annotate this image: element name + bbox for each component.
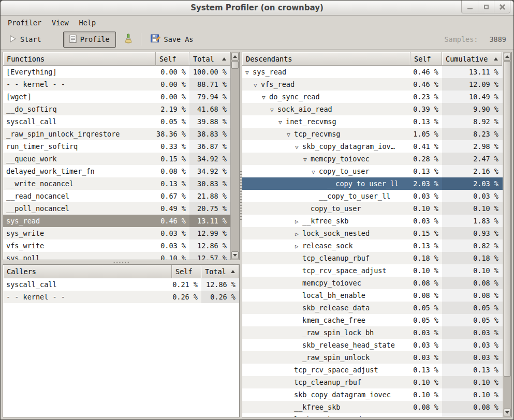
value-cell: 88.71 %: [189, 78, 230, 91]
table-row[interactable]: ▽vfs_read0.46 %12.09 %: [242, 78, 503, 91]
table-row[interactable]: [wget]0.00 %79.94 %: [3, 91, 230, 103]
table-row[interactable]: ▽sock_aio_read0.39 %9.90 %: [242, 103, 503, 115]
column-header-self[interactable]: Self: [172, 265, 201, 278]
column-header-descendants[interactable]: Descendants: [242, 52, 410, 66]
splitter-grip[interactable]: [113, 262, 129, 263]
vertical-splitter[interactable]: [240, 52, 242, 417]
table-row[interactable]: ▽sys_read0.46 %13.11 %: [242, 66, 503, 78]
menu-view[interactable]: View: [47, 17, 74, 28]
scroll-up-button[interactable]: [231, 53, 239, 61]
table-row[interactable]: __kfree_skb0.08 %0.08 %: [242, 401, 503, 413]
table-row[interactable]: __copy_to_user_ll2.03 %2.03 %: [242, 177, 503, 190]
horizontal-splitter[interactable]: [3, 260, 240, 264]
profile-toggle-button[interactable]: Profile: [63, 32, 116, 48]
expander-open-icon[interactable]: ▽: [270, 104, 277, 115]
table-row[interactable]: memcpy_toiovec0.08 %0.08 %: [242, 277, 503, 289]
table-row[interactable]: delayed_work_timer_fn0.08 %34.92 %: [3, 165, 230, 177]
scroll-down-button[interactable]: [231, 251, 239, 259]
reset-brush-button[interactable]: [122, 33, 135, 47]
expander-open-icon[interactable]: ▽: [262, 92, 269, 103]
table-row[interactable]: __write_nocancel0.13 %30.83 %: [3, 177, 230, 190]
column-header-self[interactable]: Self: [156, 52, 189, 66]
name-cell: ▽memcpy_toiovec: [242, 153, 410, 165]
maximize-button[interactable]: [478, 1, 494, 13]
table-row[interactable]: tcp_rcv_space_adjust0.13 %0.13 %: [242, 364, 503, 376]
left-column: Functions Self Total [Everything]0.00 %1…: [3, 52, 240, 417]
table-row[interactable]: skb_release_data0.05 %0.05 %: [242, 302, 503, 314]
table-row[interactable]: skb_copy_datagram_iovec0.10 %0.10 %: [242, 388, 503, 401]
close-button[interactable]: [494, 1, 510, 13]
table-row[interactable]: ▽skb_copy_datagram_iov…0.41 %2.98 %: [242, 140, 503, 153]
table-row[interactable]: copy_to_user0.10 %0.10 %: [242, 202, 503, 215]
table-row[interactable]: sys_read0.46 %13.11 %: [3, 215, 230, 227]
scrollbar-thumb[interactable]: [504, 61, 511, 377]
table-row[interactable]: vfs_write0.03 %12.86 %: [3, 239, 230, 252]
descendants-scrollbar[interactable]: [503, 52, 511, 417]
functions-scrollbar[interactable]: [230, 52, 239, 260]
table-row[interactable]: ▽do_sync_read0.23 %10.49 %: [242, 91, 503, 103]
menu-help[interactable]: Help: [74, 17, 101, 28]
scroll-down-button[interactable]: [504, 409, 511, 416]
expander-open-icon[interactable]: ▽: [295, 141, 302, 153]
toolbar: Start Profile Save As Samples: 3889: [1, 29, 513, 50]
start-button[interactable]: Start: [6, 33, 45, 47]
expander-open-icon[interactable]: ▽: [245, 67, 253, 78]
table-row[interactable]: ▽tcp_recvmsg1.05 %8.23 %: [242, 128, 503, 140]
table-row[interactable]: ▷release_sock0.13 %0.82 %: [242, 239, 503, 252]
table-row[interactable]: tcp_rcv_space_adjust0.10 %0.10 %: [242, 264, 503, 277]
expander-open-icon[interactable]: ▽: [312, 166, 319, 177]
table-row[interactable]: ▽memcpy_toiovec0.28 %2.47 %: [242, 153, 503, 165]
callers-table: Callers Self Total syscall_call0.21 %12.…: [3, 265, 239, 417]
column-header-total[interactable]: Total: [189, 52, 230, 66]
table-row[interactable]: __poll_nocancel0.49 %20.75 %: [3, 202, 230, 215]
scrollbar-trough[interactable]: [231, 69, 239, 251]
table-row[interactable]: sys_poll0.10 %12.57 %: [3, 252, 230, 260]
table-row[interactable]: syscall_call0.05 %39.88 %: [3, 115, 230, 128]
column-header-callers[interactable]: Callers: [3, 265, 172, 278]
table-row[interactable]: _raw_spin_unlock_irqrestore38.36 %38.83 …: [3, 128, 230, 140]
table-row[interactable]: lock_sock_nested0.03 %0.03 %: [242, 413, 503, 417]
scroll-up-button[interactable]: [504, 53, 511, 61]
minimize-button[interactable]: [462, 1, 478, 13]
table-row[interactable]: __queue_work0.15 %34.92 %: [3, 153, 230, 165]
expander-closed-icon[interactable]: ▷: [295, 241, 302, 252]
expander-open-icon[interactable]: ▽: [278, 116, 286, 128]
table-row[interactable]: sys_write0.03 %12.99 %: [3, 227, 230, 239]
table-row[interactable]: - - kernel - -0.00 %88.71 %: [3, 78, 230, 91]
scrollbar-trough[interactable]: [504, 377, 511, 409]
expander-open-icon[interactable]: ▽: [254, 79, 261, 91]
table-row[interactable]: tcp_cleanup_rbuf0.10 %0.10 %: [242, 376, 503, 388]
table-row[interactable]: _raw_spin_lock_bh0.03 %0.03 %: [242, 326, 503, 339]
table-row[interactable]: __copy_to_user_ll0.03 %0.03 %: [242, 190, 503, 202]
table-row[interactable]: syscall_call0.21 %12.86 %: [3, 278, 239, 291]
table-row[interactable]: ▷lock_sock_nested0.15 %0.93 %: [242, 227, 503, 239]
column-header-total[interactable]: Total: [201, 265, 239, 278]
table-row[interactable]: - - kernel - -0.26 %0.26 %: [3, 291, 239, 303]
value-cell: 0.10 %: [410, 376, 442, 388]
table-row[interactable]: skb_release_head_state0.03 %0.03 %: [242, 339, 503, 351]
expander-open-icon[interactable]: ▽: [303, 154, 311, 165]
value-cell: 20.75 %: [189, 202, 230, 215]
expander-open-icon[interactable]: ▽: [287, 129, 294, 140]
column-header-cumulative[interactable]: Cumulative: [442, 52, 502, 66]
menu-profiler[interactable]: Profiler: [3, 17, 47, 28]
table-row[interactable]: [Everything]0.00 %100.00 %: [3, 66, 230, 78]
column-header-self[interactable]: Self: [410, 52, 442, 66]
expander-closed-icon[interactable]: ▷: [295, 216, 302, 227]
save-as-button[interactable]: Save As: [148, 32, 197, 47]
table-row[interactable]: run_timer_softirq0.33 %36.87 %: [3, 140, 230, 153]
table-row[interactable]: tcp_cleanup_rbuf0.18 %0.18 %: [242, 252, 503, 264]
table-row[interactable]: ▽copy_to_user0.13 %2.16 %: [242, 165, 503, 177]
table-row[interactable]: __read_nocancel0.67 %21.88 %: [3, 190, 230, 202]
value-cell: 0.08 %: [410, 289, 442, 302]
expander-closed-icon[interactable]: ▷: [295, 228, 302, 239]
table-row[interactable]: ▽inet_recvmsg0.13 %8.92 %: [242, 115, 503, 128]
table-row[interactable]: _raw_spin_unlock0.03 %0.03 %: [242, 351, 503, 364]
splitter-grip[interactable]: [240, 171, 242, 220]
table-row[interactable]: __do_softirq2.19 %41.68 %: [3, 103, 230, 115]
table-row[interactable]: ▷__kfree_skb0.03 %1.83 %: [242, 215, 503, 227]
table-row[interactable]: local_bh_enable0.08 %0.08 %: [242, 289, 503, 302]
column-header-functions[interactable]: Functions: [3, 52, 156, 66]
scrollbar-thumb[interactable]: [231, 61, 239, 69]
table-row[interactable]: kmem_cache_free0.05 %0.05 %: [242, 314, 503, 326]
